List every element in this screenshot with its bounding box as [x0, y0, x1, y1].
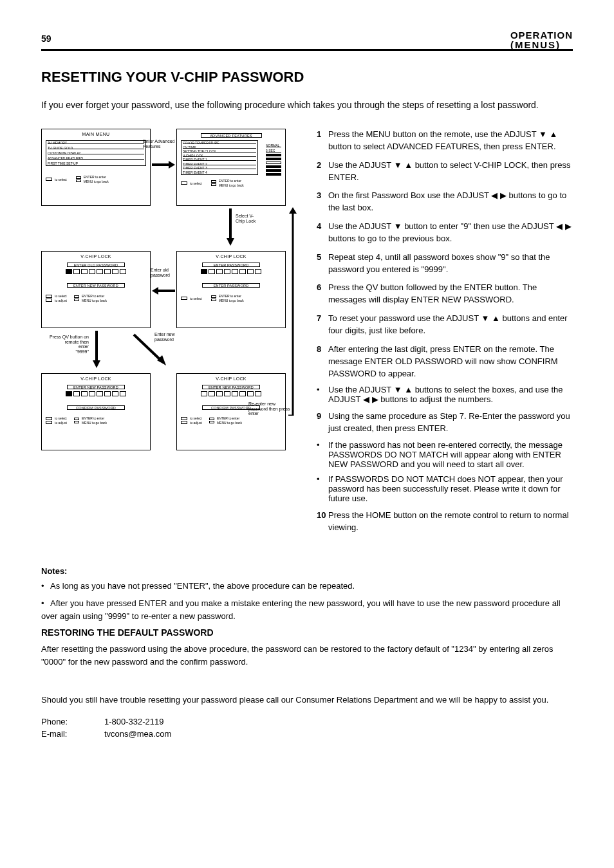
triangle-down-icon: ▼: [481, 313, 489, 325]
restore-para: After resetting the password using the a…: [41, 643, 573, 668]
section-desc: If you ever forget your password, use th…: [41, 98, 573, 112]
osd-enter-new-password: V-CHIP LOCK ENTER NEW PASSWORD CONFIRM P…: [41, 373, 151, 450]
svg-marker-5: [152, 287, 158, 295]
contact-intro: Should you still have trouble resetting …: [41, 694, 573, 706]
nav-updown-icon: [46, 178, 52, 181]
osd-adv-title: ADVANCED FEATURES: [201, 133, 262, 138]
triangle-left-icon: ◀: [491, 190, 498, 202]
nav-updown-icon: [181, 297, 187, 300]
triangle-up-icon: ▲: [550, 129, 558, 141]
arrow-up-icon: Re-enter new password then press enter: [288, 207, 297, 416]
svg-marker-7: [93, 360, 100, 368]
diagram: MAIN MENU AV MEMORY TV GUIDE GOLD CUSTOM…: [41, 129, 299, 540]
triangle-down-icon: ▼: [394, 160, 402, 172]
triangle-down-icon: ▼: [394, 221, 402, 233]
phone-label: Phone:: [41, 716, 99, 728]
triangle-left-icon: ◀: [556, 221, 563, 233]
triangle-up-icon: ▲: [404, 160, 413, 172]
nav-leftright-icon: [46, 299, 52, 302]
osd-enter-old-password: V-CHIP LOCK ENTER OLD PASSWORD ENTER NEW…: [41, 251, 151, 328]
triangle-right-icon: ▶: [500, 190, 507, 202]
email-label: E-mail:: [41, 728, 99, 741]
svg-marker-3: [227, 238, 234, 246]
bullet-icon: •: [317, 474, 328, 503]
steps-list: 1Press the MENU button on the remote, us…: [317, 129, 573, 540]
bullet-icon: •: [317, 385, 328, 404]
nav-updown-icon: [46, 295, 52, 298]
email-address: tvcons@mea.com: [104, 728, 171, 741]
osd-enter-password: V-CHIP LOCK ENTER PASSWORD ENTER PASSWOR…: [176, 251, 286, 328]
nav-updown-icon: [181, 181, 187, 185]
header-rule: [41, 49, 573, 51]
arrow-down-icon: Select V-Chip Lock: [225, 208, 236, 246]
svg-marker-1: [169, 161, 175, 169]
arrow-diagonal-icon: Enter new password: [131, 332, 170, 368]
triangle-right-icon: ▶: [565, 221, 572, 233]
bullet-icon: •: [317, 440, 328, 469]
osd-main-title: MAIN MENU: [46, 132, 146, 136]
osd-vchip-title: V-CHIP LOCK: [181, 254, 281, 259]
notes-para1: •As long as you have not pressed "ENTER"…: [41, 580, 573, 593]
triangle-right-icon: ▶: [372, 394, 378, 404]
header-line2: (MENUS): [510, 39, 573, 50]
svg-marker-11: [289, 207, 297, 214]
osd-main-menu: MAIN MENU AV MEMORY TV GUIDE GOLD CUSTOM…: [41, 129, 151, 206]
restore-heading: RESTORING THE DEFAULT PASSWORD: [41, 627, 573, 638]
triangle-left-icon: ◀: [363, 394, 369, 404]
arrow-right-icon: Enter Advanced Features: [152, 160, 175, 170]
triangle-down-icon: ▼: [394, 385, 402, 394]
notes-heading: Notes:: [41, 566, 573, 576]
contact-block: Should you still have trouble resetting …: [41, 694, 573, 741]
notes-para2: •After you have pressed ENTER and you ma…: [41, 597, 573, 622]
osd-advanced: ADVANCED FEATURES COLOR TEMPERATURE QV T…: [176, 129, 286, 206]
triangle-down-icon: ▼: [539, 129, 547, 141]
triangle-up-icon: ▲: [404, 385, 413, 394]
page-number: 59: [41, 33, 51, 44]
arrow-down-icon: Press QV button on remote then enter "99…: [91, 331, 102, 368]
section-title: RESETTING YOUR V-CHIP PASSWORD: [41, 69, 573, 86]
arrow-left-icon: Enter old password: [152, 286, 175, 296]
phone-number: 1-800-332-2119: [104, 716, 164, 728]
page-header: OPERATION (MENUS): [510, 30, 573, 50]
triangle-up-icon: ▲: [492, 313, 500, 325]
